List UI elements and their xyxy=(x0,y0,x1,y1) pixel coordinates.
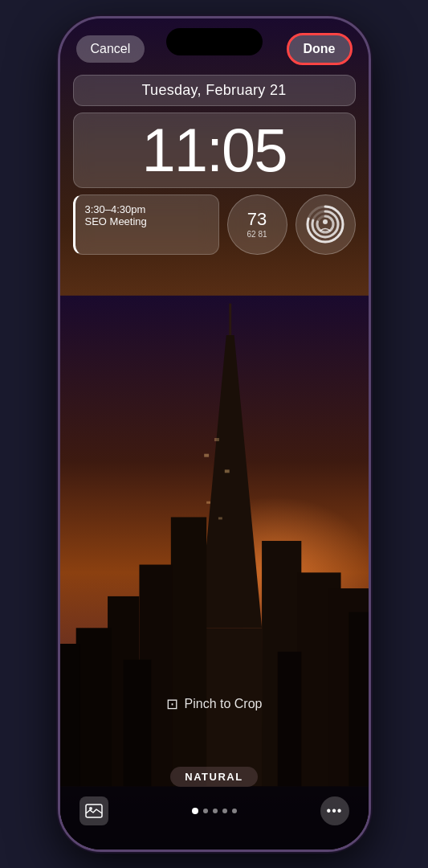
widgets-row: 3:30–4:30pm SEO Meeting 73 62 81 xyxy=(73,194,356,255)
filter-label[interactable]: NATURAL xyxy=(170,767,257,787)
gallery-button[interactable] xyxy=(79,796,108,825)
more-icon-label: ••• xyxy=(327,804,343,818)
page-dots xyxy=(192,808,237,814)
done-button[interactable]: Done xyxy=(287,33,353,65)
dot-5 xyxy=(232,809,237,813)
time-widget[interactable]: 11:05 xyxy=(73,113,356,188)
activity-ring-svg xyxy=(305,204,345,244)
dot-2 xyxy=(203,809,208,813)
svg-rect-12 xyxy=(60,644,80,786)
weather-temperature: 73 xyxy=(247,211,267,228)
date-widget[interactable]: Tuesday, February 21 xyxy=(73,75,356,106)
weather-widget[interactable]: 73 62 81 xyxy=(227,194,287,255)
meeting-title: SEO Meeting xyxy=(85,215,209,227)
svg-point-28 xyxy=(323,219,328,224)
bottom-bar: NATURAL ••• xyxy=(60,767,369,825)
meeting-time: 3:30–4:30pm xyxy=(85,203,209,215)
lock-screen-content: Tuesday, February 21 11:05 3:30–4:30pm S… xyxy=(60,75,369,255)
meeting-widget[interactable]: 3:30–4:30pm SEO Meeting xyxy=(73,194,219,255)
dot-4 xyxy=(222,809,227,813)
phone-frame: Cancel Done Tuesday, February 21 11:05 3… xyxy=(58,16,371,852)
weather-range: 62 81 xyxy=(247,230,267,239)
pinch-to-crop: ⊡ Pinch to Crop xyxy=(166,695,263,713)
svg-rect-16 xyxy=(204,454,209,457)
time-display: 11:05 xyxy=(87,117,342,184)
svg-rect-17 xyxy=(214,438,219,441)
svg-rect-19 xyxy=(206,502,210,504)
svg-rect-5 xyxy=(170,517,206,786)
more-options-button[interactable]: ••• xyxy=(320,796,349,825)
svg-rect-18 xyxy=(224,469,229,473)
bottom-icons-row: ••• xyxy=(60,796,369,825)
svg-rect-20 xyxy=(218,517,222,519)
crop-icon: ⊡ xyxy=(166,695,178,713)
dot-1 xyxy=(192,808,198,814)
pinch-to-crop-label: Pinch to Crop xyxy=(185,697,263,711)
cancel-button[interactable]: Cancel xyxy=(76,35,145,63)
date-text: Tuesday, February 21 xyxy=(141,82,286,98)
svg-rect-13 xyxy=(349,612,369,787)
svg-rect-11 xyxy=(75,628,111,786)
top-bar: Cancel Done xyxy=(60,33,369,65)
gallery-icon xyxy=(85,804,103,818)
dot-3 xyxy=(213,809,218,813)
activity-widget[interactable] xyxy=(296,194,356,255)
